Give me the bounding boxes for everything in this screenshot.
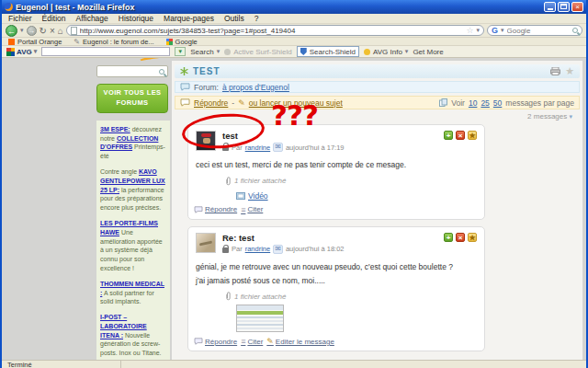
avg-get-more[interactable]: Get More: [413, 48, 443, 56]
forum-link[interactable]: à propos d'Eugenol: [222, 83, 289, 92]
post-body: j'ai jamais posté sous ce nom, moi.....: [196, 275, 477, 287]
search-input[interactable]: [507, 27, 570, 35]
ad-3m-espe: 3M ESPE: découvrez notre COLLECTION D'OF…: [100, 125, 166, 161]
page-size-10[interactable]: 10: [469, 98, 477, 108]
author-link[interactable]: randrine: [245, 245, 271, 253]
avg-search-input[interactable]: [41, 47, 170, 56]
avg-search-shield[interactable]: Search-Shield: [297, 46, 359, 57]
firefox-window-icon: [5, 3, 13, 11]
post-actions: Répondre ≡ Citer ✎ Editer le message: [194, 337, 477, 346]
ad-kavo: Contre angle KAVO GENTLEPOWER LUX 25 LP:…: [100, 167, 166, 213]
printer-icon[interactable]: [550, 67, 560, 75]
page-size-50[interactable]: 50: [493, 98, 502, 108]
award-shield-icon[interactable]: ★: [468, 131, 477, 140]
menu-fichier[interactable]: Fichier: [8, 14, 32, 23]
post-body: génial, je me retrouve avec un nouveau p…: [196, 261, 477, 273]
avg-surf-shield[interactable]: Active Surf-Shield: [224, 48, 292, 56]
google-icon: G: [492, 26, 498, 35]
avg-logo[interactable]: AVG ▾: [6, 48, 37, 56]
avg-rating-dropdown[interactable]: ▼: [175, 47, 186, 56]
feather-icon: ✎: [74, 39, 80, 45]
forum-search-box[interactable]: [96, 65, 168, 77]
attachment-label: 1 fichier attaché: [225, 292, 477, 301]
menu-historique[interactable]: Historique: [119, 14, 153, 23]
favorite-star-icon[interactable]: ★: [565, 65, 574, 77]
bookmark-star-icon[interactable]: ☆: [466, 26, 473, 35]
avg-toolbar: AVG ▾ ▼ Search ▾ Active Surf-Shield Sear…: [2, 46, 586, 58]
reply-action[interactable]: Répondre: [194, 205, 237, 213]
history-dropdown-icon[interactable]: ▾: [20, 27, 24, 34]
post-date: aujourd'hui à 18:02: [286, 245, 345, 253]
search-magnifier-icon[interactable]: [572, 28, 578, 33]
reply-action[interactable]: Répondre: [194, 338, 237, 346]
post-2: Re: test Par randrine ✉ aujourd'hui à 18…: [187, 226, 485, 352]
page-content: VOIR TOUS LES FORUMS 3M ESPE: découvrez …: [2, 58, 586, 360]
video-link[interactable]: Vidéo: [248, 191, 268, 201]
bookmark-google[interactable]: Google: [166, 38, 198, 46]
sparkle-icon: [180, 67, 188, 75]
url-dropdown-icon[interactable]: ▾: [476, 27, 480, 34]
forward-button[interactable]: →: [27, 26, 37, 36]
attachment-thumbnail[interactable]: [236, 305, 284, 332]
pencil-icon: ✎: [238, 98, 245, 108]
award-shield-icon[interactable]: ★: [468, 233, 477, 242]
menu-affichage[interactable]: Affichage: [76, 14, 108, 23]
menu-marque-pages[interactable]: Marque-pages: [164, 14, 214, 23]
video-attachment-row: Vidéo: [236, 191, 477, 201]
pages-icon: [439, 98, 447, 107]
jump-to-bottom-icon[interactable]: ▾: [569, 113, 572, 120]
avg-info-button[interactable]: AVG Info ▾: [364, 48, 408, 56]
avatar[interactable]: [196, 233, 216, 253]
menu-outils[interactable]: Outils: [224, 14, 244, 23]
vote-down-button[interactable]: ×: [456, 233, 465, 242]
chevron-down-icon: ▾: [217, 48, 220, 55]
ad-ipost: I-POST – LABORATOIRE ITENA : Nouvelle gé…: [100, 313, 166, 360]
back-button[interactable]: ←: [6, 25, 17, 37]
post-header: Re: test Par randrine ✉ aujourd'hui à 18…: [196, 233, 477, 254]
reply-bubble-icon: [194, 338, 203, 345]
vote-up-button[interactable]: +: [444, 131, 453, 140]
search-engine-dropdown-icon[interactable]: ▾: [501, 27, 504, 34]
avg-search-button[interactable]: Search ▾: [190, 48, 220, 56]
stop-icon[interactable]: ×: [50, 25, 55, 37]
annotation-question-marks: ???: [271, 98, 318, 132]
status-text: Terminé: [2, 361, 121, 368]
page-size-25[interactable]: 25: [481, 98, 489, 108]
forum-breadcrumb-top: Forum: à propos d'Eugenol: [175, 81, 580, 93]
reload-icon[interactable]: ↻: [40, 25, 47, 37]
search-box[interactable]: G ▾: [487, 25, 582, 36]
chevron-down-icon: ▾: [405, 48, 409, 55]
page-favicon: [71, 27, 77, 35]
menu-aide[interactable]: ?: [254, 14, 259, 23]
surf-shield-icon: [224, 49, 231, 55]
home-icon[interactable]: ⌂: [58, 25, 63, 37]
close-button[interactable]: ×: [571, 2, 583, 12]
ad-hawe: LES PORTE-FILMS HAWE Une amélioration ap…: [100, 219, 166, 273]
shield-icon: [300, 48, 307, 55]
author-link[interactable]: randrine: [245, 144, 271, 152]
edit-action[interactable]: ✎ Editer le message: [266, 337, 334, 346]
window-title: Eugenol | test - Mozilla Firefox: [16, 3, 541, 12]
mail-icon[interactable]: ✉: [273, 245, 283, 254]
attachment-label: 1 fichier attaché: [225, 177, 477, 186]
mail-icon[interactable]: ✉: [273, 143, 283, 152]
url-bar[interactable]: ☆ ▾: [66, 25, 484, 36]
ad-link[interactable]: 3M ESPE:: [100, 126, 130, 132]
title-bar: Eugenol | test - Mozilla Firefox ×: [2, 0, 586, 14]
bookmark-eugenol[interactable]: ✎ Eugenol : le forum de...: [74, 38, 153, 46]
bookmark-portail-orange[interactable]: Portail Orange: [8, 38, 62, 46]
minimize-button[interactable]: [544, 2, 556, 12]
info-icon: [364, 49, 370, 55]
menu-edition[interactable]: Édition: [42, 14, 66, 23]
vote-down-button[interactable]: ×: [456, 131, 465, 140]
url-input[interactable]: [80, 27, 464, 35]
reply-link[interactable]: Répondre: [194, 98, 228, 108]
all-forums-button[interactable]: VOIR TOUS LES FORUMS: [96, 84, 168, 113]
search-magnifier-icon[interactable]: [159, 69, 164, 75]
maximize-button[interactable]: [558, 2, 570, 12]
forum-search-input[interactable]: [100, 67, 159, 75]
quote-action[interactable]: ≡ Citer: [241, 337, 263, 346]
quote-action[interactable]: ≡ Citer: [241, 205, 263, 214]
avg-dropdown-icon[interactable]: ▾: [34, 48, 38, 55]
vote-up-button[interactable]: +: [444, 233, 453, 242]
